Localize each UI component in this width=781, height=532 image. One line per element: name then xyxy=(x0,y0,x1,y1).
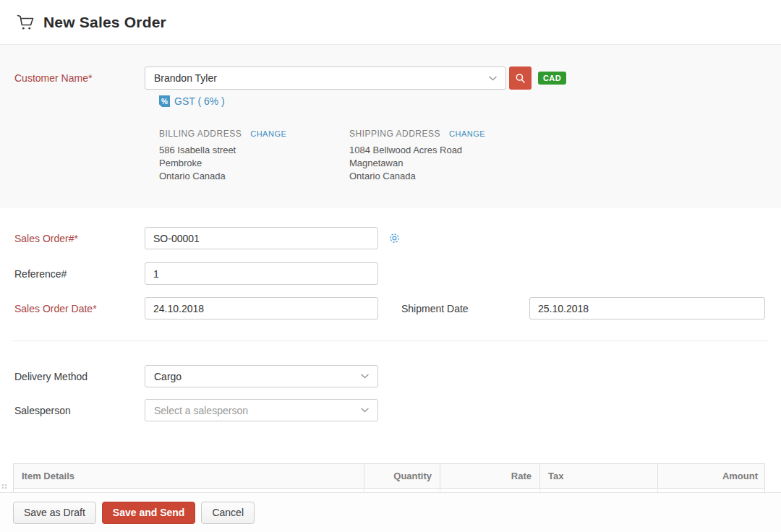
column-header-item-details: Item Details xyxy=(14,464,364,488)
cart-icon xyxy=(16,13,35,32)
shipping-address-line: Ontario Canada xyxy=(349,170,539,183)
sales-order-number-label: Sales Order#* xyxy=(14,233,145,244)
delivery-method-value: Cargo xyxy=(154,371,182,382)
chevron-down-icon xyxy=(361,374,369,379)
shipping-address-block: SHIPPING ADDRESS CHANGE 1084 Bellwood Ac… xyxy=(349,129,539,183)
chevron-down-icon xyxy=(489,76,497,81)
currency-badge: CAD xyxy=(538,72,566,85)
delivery-method-row: Delivery Method Cargo xyxy=(0,365,781,387)
section-divider xyxy=(13,340,768,341)
salesperson-select[interactable]: Select a salesperson xyxy=(145,399,378,421)
shipping-address-line: 1084 Bellwood Acres Road xyxy=(349,144,539,157)
salesperson-label: Salesperson xyxy=(14,405,145,416)
shipping-address-heading: SHIPPING ADDRESS xyxy=(349,129,440,139)
sales-order-date-label: Sales Order Date* xyxy=(14,303,145,314)
dates-row: Sales Order Date* Shipment Date xyxy=(0,297,781,319)
sales-order-number-input[interactable] xyxy=(145,227,378,249)
cancel-button[interactable]: Cancel xyxy=(201,502,255,524)
shipping-address-change-link[interactable]: CHANGE xyxy=(449,129,485,138)
sales-order-date-input[interactable] xyxy=(145,297,378,319)
customer-name-row: Customer Name* Brandon Tyler CAD xyxy=(14,66,781,90)
save-as-draft-button[interactable]: Save as Draft xyxy=(13,502,96,524)
billing-address-block: BILLING ADDRESS CHANGE 586 Isabella stre… xyxy=(159,129,349,183)
billing-address-line: Pembroke xyxy=(159,157,349,170)
items-table-header: Item Details Quantity Rate Tax Amount xyxy=(13,463,765,489)
reference-row: Reference# xyxy=(0,262,781,285)
billing-address-heading: BILLING ADDRESS xyxy=(159,129,242,139)
delivery-method-label: Delivery Method xyxy=(14,371,145,382)
shipment-date-label: Shipment Date xyxy=(401,303,529,314)
save-and-send-button[interactable]: Save and Send xyxy=(102,502,196,524)
column-header-amount: Amount xyxy=(657,464,766,488)
chevron-down-icon xyxy=(361,408,369,413)
customer-name-label: Customer Name* xyxy=(14,72,145,84)
column-header-quantity: Quantity xyxy=(364,464,440,488)
shipment-date-input[interactable] xyxy=(529,297,765,319)
drag-handle-icon[interactable] xyxy=(2,484,8,489)
customer-section: Customer Name* Brandon Tyler CAD % GST (… xyxy=(0,45,781,208)
billing-address-line: 586 Isabella street xyxy=(159,144,349,157)
customer-search-button[interactable] xyxy=(509,66,532,90)
shipping-address-line: Magnetawan xyxy=(349,157,539,170)
billing-address-change-link[interactable]: CHANGE xyxy=(250,129,286,138)
salesperson-placeholder: Select a salesperson xyxy=(154,405,248,416)
page-header: New Sales Order xyxy=(0,0,781,45)
column-header-rate: Rate xyxy=(440,464,539,488)
delivery-method-select[interactable]: Cargo xyxy=(145,365,378,387)
percent-icon: % xyxy=(159,95,170,107)
tax-link[interactable]: GST ( 6% ) xyxy=(174,95,225,107)
billing-address-line: Ontario Canada xyxy=(159,170,349,183)
gear-icon[interactable] xyxy=(388,232,401,244)
footer-action-bar: Save as Draft Save and Send Cancel xyxy=(0,492,781,532)
search-icon xyxy=(515,73,526,84)
customer-name-select[interactable]: Brandon Tyler xyxy=(145,66,506,90)
tax-info-row: % GST ( 6% ) xyxy=(159,95,781,107)
page-title: New Sales Order xyxy=(43,14,166,31)
items-table: Item Details Quantity Rate Tax Amount xyxy=(13,463,765,496)
column-header-tax: Tax xyxy=(539,464,657,488)
reference-label: Reference# xyxy=(14,268,145,280)
addresses-row: BILLING ADDRESS CHANGE 586 Isabella stre… xyxy=(159,129,781,183)
customer-name-value: Brandon Tyler xyxy=(154,72,217,84)
sales-order-number-row: Sales Order#* xyxy=(0,227,781,249)
reference-input[interactable] xyxy=(145,262,378,285)
salesperson-row: Salesperson Select a salesperson xyxy=(0,399,781,421)
